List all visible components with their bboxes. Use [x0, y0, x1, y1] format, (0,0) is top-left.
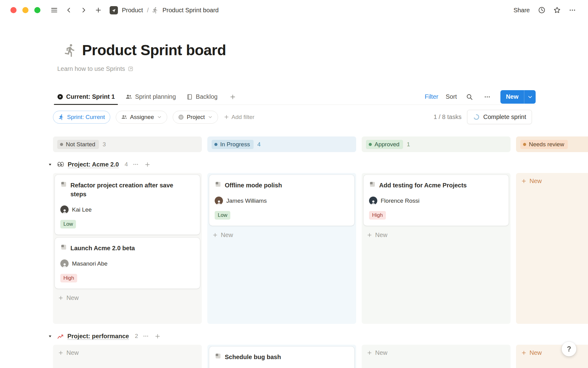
plus-icon	[367, 232, 372, 238]
zoom-window-button[interactable]	[34, 7, 40, 13]
view-options-icon[interactable]	[482, 92, 492, 102]
new-card-button[interactable]: New	[518, 347, 588, 359]
project-filter-pill[interactable]: Project	[173, 111, 218, 124]
card-title: Refactor project creation after save ste…	[70, 181, 187, 199]
page-title[interactable]: Product Sprint board	[82, 42, 226, 59]
add-filter-button[interactable]: Add filter	[224, 114, 254, 121]
new-page-icon[interactable]	[92, 4, 105, 17]
close-window-button[interactable]	[10, 7, 17, 13]
search-icon[interactable]	[464, 92, 475, 102]
minimize-window-button[interactable]	[22, 7, 28, 13]
column-header-in-progress[interactable]: In Progress 4	[207, 136, 356, 152]
new-card-button[interactable]: New	[364, 347, 509, 359]
new-card-button[interactable]: New	[364, 229, 509, 241]
favorite-icon[interactable]	[551, 4, 564, 17]
new-card-button[interactable]: New	[209, 229, 354, 241]
plus-icon	[58, 350, 64, 356]
avatar	[369, 197, 377, 205]
eyes-icon	[57, 161, 64, 168]
task-card[interactable]: Launch Acme 2.0 beta Masanori Abe High	[55, 238, 200, 289]
history-icon[interactable]	[535, 4, 548, 17]
collapse-group-icon[interactable]	[46, 161, 54, 168]
breadcrumb-root[interactable]: Product	[121, 6, 144, 15]
group-count: 2	[135, 333, 138, 339]
add-view-icon[interactable]	[228, 92, 237, 102]
card-title: Add testing for Acme Projects	[379, 181, 467, 190]
board-cell-approved: Add testing for Acme Projects Florence R…	[362, 173, 511, 324]
people-icon	[121, 114, 127, 120]
column-count: 3	[103, 141, 106, 148]
learn-sprints-link[interactable]: Learn how to use Sprints	[57, 65, 134, 72]
task-card[interactable]: Schedule bug bash	[209, 347, 354, 368]
learn-link-label: Learn how to use Sprints	[57, 65, 125, 72]
avatar	[60, 205, 69, 214]
new-card-button[interactable]: New	[55, 347, 200, 359]
teamspace-icon	[110, 6, 118, 14]
task-card[interactable]: Offline mode polish James Williams Low	[209, 175, 354, 226]
avatar	[60, 259, 69, 268]
plus-icon	[367, 350, 372, 356]
project-filter-label: Project	[187, 114, 205, 121]
nav-forward-icon[interactable]	[77, 4, 90, 17]
task-card[interactable]: Refactor project creation after save ste…	[55, 175, 200, 235]
add-filter-label: Add filter	[232, 114, 254, 121]
plus-icon	[212, 232, 218, 238]
new-card-button[interactable]: New	[518, 175, 588, 187]
column-header-approved[interactable]: Approved 1	[362, 136, 511, 152]
priority-tag: High	[369, 211, 386, 220]
tab-backlog[interactable]: Backlog	[186, 89, 217, 105]
page-icon	[215, 181, 221, 188]
group-count: 4	[125, 161, 128, 168]
help-button[interactable]: ?	[562, 342, 576, 356]
nav-back-icon[interactable]	[62, 4, 75, 17]
column-count: 1	[407, 141, 410, 148]
tab-sprint-planning[interactable]: Sprint planning	[125, 89, 176, 105]
group-add-icon[interactable]	[153, 332, 162, 340]
sidebar-menu-icon[interactable]	[48, 4, 61, 17]
board-cell-needs-review: New	[516, 173, 588, 324]
assignee-name: Florence Rossi	[381, 197, 420, 204]
complete-sprint-button[interactable]: Complete sprint	[467, 110, 532, 124]
group-more-icon[interactable]	[131, 160, 140, 169]
new-button[interactable]: New	[500, 90, 524, 104]
task-card[interactable]: Add testing for Acme Projects Florence R…	[364, 175, 509, 226]
breadcrumb-current[interactable]: Product Sprint board	[161, 6, 220, 15]
tab-label: Sprint planning	[135, 93, 176, 100]
group-title[interactable]: Project: performance	[67, 333, 129, 340]
group-more-icon[interactable]	[141, 332, 150, 340]
sort-button[interactable]: Sort	[446, 93, 457, 100]
chart-icon	[57, 333, 64, 340]
share-button[interactable]: Share	[511, 5, 533, 16]
priority-tag: Low	[215, 211, 230, 220]
tab-label: Backlog	[196, 93, 217, 100]
assignee-filter-pill[interactable]: Assignee	[116, 111, 167, 124]
page-icon	[60, 244, 67, 251]
column-count: 4	[257, 141, 261, 148]
runner-icon-small	[152, 7, 159, 14]
filter-button[interactable]: Filter	[425, 93, 438, 100]
tab-current-sprint[interactable]: Current: Sprint 1	[57, 89, 115, 105]
window-controls	[10, 7, 40, 13]
new-card-button[interactable]: New	[55, 292, 200, 304]
more-icon[interactable]	[566, 4, 579, 17]
column-header-not-started[interactable]: Not Started 3	[53, 136, 202, 152]
page-icon	[60, 181, 67, 188]
group-header: Project: performance 2	[46, 332, 588, 340]
new-dropdown-icon[interactable]	[524, 90, 536, 104]
group-title[interactable]: Project: Acme 2.0	[68, 161, 119, 168]
group-add-icon[interactable]	[143, 160, 152, 169]
runner-icon-large[interactable]	[63, 43, 77, 57]
assignee-name: Masanori Abe	[72, 260, 107, 267]
assignee-name: James Williams	[226, 197, 267, 204]
sprint-spinner-icon	[473, 113, 480, 121]
play-icon	[57, 94, 63, 100]
column-header-needs-review[interactable]: Needs review	[516, 136, 588, 152]
breadcrumb-separator: /	[147, 7, 149, 14]
sprint-filter-pill[interactable]: Sprint: Current	[53, 111, 110, 124]
status-dot	[214, 143, 217, 146]
collapse-group-icon[interactable]	[46, 332, 54, 340]
assignee-name: Kai Lee	[72, 206, 92, 213]
board-cell-in-progress: Schedule bug bash	[207, 345, 356, 368]
board-cell-needs-review: New	[516, 345, 588, 368]
priority-tag: Low	[60, 220, 76, 228]
